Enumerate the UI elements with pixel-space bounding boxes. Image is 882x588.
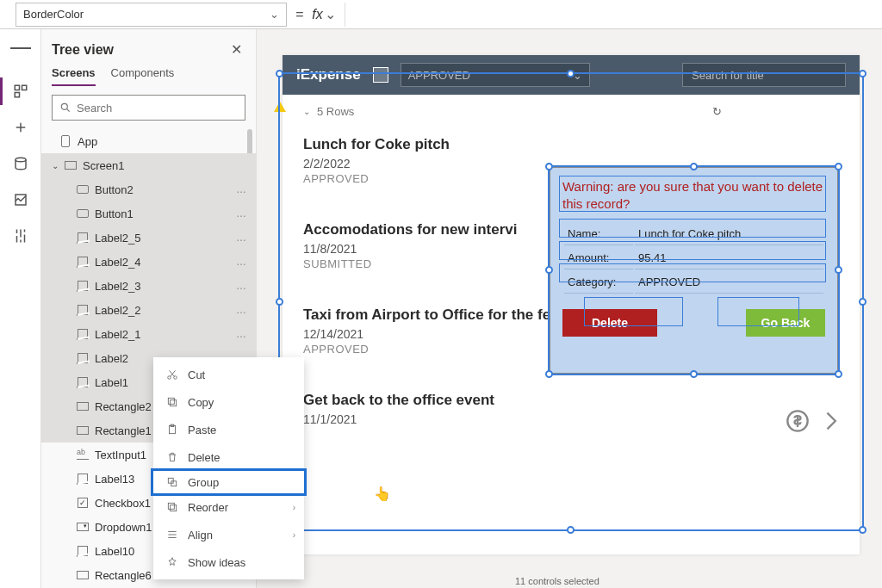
ctx-copy[interactable]: Copy bbox=[153, 388, 304, 416]
check-icon: ✓ bbox=[76, 496, 90, 510]
tree-node-item[interactable]: Label2_3… bbox=[41, 274, 256, 298]
button-icon bbox=[76, 207, 90, 220]
tree-node-item[interactable]: Label2_2… bbox=[41, 298, 256, 322]
tree-node-item[interactable]: Label2_4… bbox=[41, 250, 256, 274]
more-icon[interactable]: … bbox=[236, 328, 247, 340]
label-icon bbox=[76, 351, 90, 365]
rect-icon bbox=[76, 424, 90, 437]
dropdown-icon bbox=[76, 520, 90, 534]
tree-node-label: Label2_1 bbox=[95, 328, 141, 341]
tree-node-label: Screen1 bbox=[83, 159, 124, 172]
label-icon bbox=[76, 327, 90, 341]
ctx-align[interactable]: Align› bbox=[153, 521, 304, 548]
svg-rect-16 bbox=[171, 505, 177, 511]
property-dropdown[interactable]: BorderColor ⌄ bbox=[16, 3, 287, 27]
tree-node-label: Rectangle6 bbox=[95, 569, 152, 582]
header-checkbox[interactable] bbox=[373, 67, 388, 83]
tree-node-label: TextInput1 bbox=[95, 449, 146, 461]
tree-search[interactable] bbox=[52, 95, 245, 121]
hamburger-icon[interactable] bbox=[10, 38, 31, 59]
tree-node-item[interactable]: Button1… bbox=[41, 201, 256, 226]
more-icon[interactable]: … bbox=[236, 280, 247, 292]
tab-components[interactable]: Components bbox=[111, 66, 175, 86]
svg-rect-15 bbox=[168, 503, 174, 509]
tree-node-label: App bbox=[78, 135, 97, 148]
svg-rect-14 bbox=[171, 481, 177, 486]
text-icon bbox=[76, 448, 90, 461]
gallery-header: ⌄ 5 Rows ↻ bbox=[283, 95, 860, 127]
ctx-delete[interactable]: Delete bbox=[153, 443, 304, 471]
label-icon bbox=[76, 375, 90, 389]
search-input[interactable] bbox=[77, 102, 238, 115]
rect-icon bbox=[76, 568, 90, 582]
cursor-icon: 👆 bbox=[374, 486, 391, 502]
label-icon bbox=[76, 472, 90, 486]
rows-count: 5 Rows bbox=[317, 105, 354, 118]
tree-node-label: Label2_5 bbox=[95, 232, 141, 244]
refresh-icon[interactable]: ↻ bbox=[712, 105, 722, 118]
tools-icon[interactable] bbox=[10, 226, 31, 246]
chevron-down-icon: ⌄ bbox=[573, 69, 582, 82]
tab-screens[interactable]: Screens bbox=[52, 66, 96, 86]
data-icon[interactable] bbox=[10, 153, 31, 174]
svg-rect-0 bbox=[15, 85, 19, 90]
tree-node-label: Dropdown1 bbox=[95, 521, 152, 534]
gallery-item-title: Get back to the office event bbox=[303, 392, 839, 409]
gallery-item-date: 11/1/2021 bbox=[303, 412, 839, 426]
tree-node-label: Button1 bbox=[95, 207, 134, 220]
header-search[interactable]: Search for title bbox=[682, 63, 846, 87]
ctx-reorder[interactable]: Reorder› bbox=[153, 493, 304, 521]
button-icon bbox=[76, 183, 90, 196]
search-icon bbox=[59, 102, 71, 114]
media-icon[interactable] bbox=[10, 189, 31, 210]
more-icon[interactable]: … bbox=[236, 207, 247, 220]
tree-node-item[interactable]: Label2_5… bbox=[41, 226, 256, 250]
delete-button[interactable]: Delete bbox=[562, 309, 657, 337]
chevron-down-icon[interactable]: ⌄ bbox=[303, 107, 310, 116]
tree-node-label: Label13 bbox=[95, 473, 134, 486]
ctx-group[interactable]: Group👆 bbox=[151, 468, 307, 496]
context-menu: Cut Copy Paste Delete Group👆 Reorder› Al… bbox=[153, 357, 304, 579]
label-icon bbox=[76, 544, 90, 558]
dollar-icon[interactable] bbox=[786, 409, 810, 433]
category-label: Category: bbox=[564, 271, 633, 294]
tree-node-item[interactable]: Label2_1… bbox=[41, 322, 256, 346]
fx-label: fx bbox=[312, 7, 322, 22]
svg-point-5 bbox=[61, 103, 67, 109]
insert-icon[interactable] bbox=[10, 117, 31, 138]
label-icon bbox=[76, 279, 90, 293]
goback-button[interactable]: Go Back bbox=[746, 309, 825, 337]
svg-rect-2 bbox=[22, 85, 26, 90]
chevron-down-icon: ⌄ bbox=[52, 161, 60, 170]
chevron-right-icon[interactable] bbox=[818, 409, 842, 433]
close-icon[interactable]: ✕ bbox=[227, 38, 245, 61]
tree-node-label: Label2 bbox=[95, 352, 128, 365]
svg-rect-9 bbox=[171, 400, 177, 406]
chevron-down-icon[interactable]: ⌄ bbox=[325, 6, 336, 22]
delete-dialog: Warning: are you sure that you want to d… bbox=[550, 167, 838, 374]
tree-node-label: Label10 bbox=[95, 545, 134, 558]
svg-rect-1 bbox=[15, 93, 19, 97]
header-dropdown[interactable]: APPROVED ⌄ bbox=[401, 63, 590, 87]
more-icon[interactable]: … bbox=[236, 304, 247, 316]
app-header: iExpense APPROVED ⌄ Search for title bbox=[283, 55, 860, 95]
app-canvas[interactable]: iExpense APPROVED ⌄ Search for title ⌄ 5… bbox=[283, 55, 860, 554]
search-placeholder: Search for title bbox=[692, 69, 764, 82]
app-title: iExpense bbox=[296, 66, 361, 84]
tree-node-app[interactable]: App bbox=[41, 129, 256, 153]
warning-icon bbox=[274, 102, 286, 112]
gallery-item[interactable]: Get back to the office event11/1/2021 bbox=[283, 369, 860, 442]
more-icon[interactable]: … bbox=[236, 183, 247, 195]
more-icon[interactable]: … bbox=[236, 232, 247, 244]
ctx-show-ideas[interactable]: Show ideas bbox=[153, 548, 304, 576]
ctx-paste[interactable]: Paste bbox=[153, 416, 304, 443]
more-icon[interactable]: … bbox=[236, 256, 247, 268]
tree-node-label: Checkbox1 bbox=[95, 497, 151, 510]
tree-title: Tree view bbox=[52, 42, 114, 58]
tree-node-label: Label2_2 bbox=[95, 304, 141, 317]
tree-node-screen[interactable]: ⌄ Screen1 bbox=[41, 153, 256, 177]
ctx-cut[interactable]: Cut bbox=[153, 361, 304, 388]
property-name: BorderColor bbox=[23, 8, 84, 21]
tree-node-item[interactable]: Button2… bbox=[41, 177, 256, 201]
tree-view-icon[interactable] bbox=[10, 81, 31, 102]
